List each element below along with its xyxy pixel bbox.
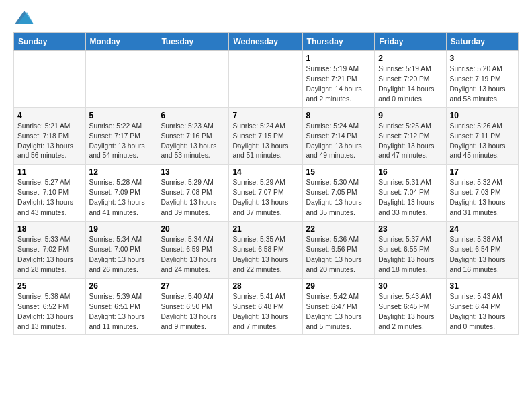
day-number: 3 xyxy=(450,54,515,63)
day-number: 19 xyxy=(89,224,154,234)
day-cell: 3Sunrise: 5:20 AMSunset: 7:19 PMDaylight… xyxy=(446,51,518,108)
day-cell: 23Sunrise: 5:37 AMSunset: 6:55 PMDayligh… xyxy=(375,222,446,279)
day-number: 11 xyxy=(17,167,82,177)
logo xyxy=(13,11,34,24)
calendar-table: SundayMondayTuesdayWednesdayThursdayFrid… xyxy=(13,32,519,335)
day-detail: Sunrise: 5:34 AMSunset: 7:00 PMDaylight:… xyxy=(89,235,154,275)
day-cell: 6Sunrise: 5:23 AMSunset: 7:16 PMDaylight… xyxy=(157,107,229,165)
day-number: 16 xyxy=(378,167,442,177)
day-number: 31 xyxy=(450,281,515,291)
col-header-monday: Monday xyxy=(85,33,157,51)
day-detail: Sunrise: 5:19 AMSunset: 7:21 PMDaylight:… xyxy=(306,64,371,105)
day-detail: Sunrise: 5:35 AMSunset: 6:58 PMDaylight:… xyxy=(232,235,298,275)
day-cell: 20Sunrise: 5:34 AMSunset: 6:59 PMDayligh… xyxy=(157,222,229,279)
day-number: 26 xyxy=(89,281,154,291)
day-number: 5 xyxy=(89,111,154,120)
day-cell: 14Sunrise: 5:29 AMSunset: 7:07 PMDayligh… xyxy=(229,165,302,222)
day-cell xyxy=(85,51,157,108)
day-detail: Sunrise: 5:29 AMSunset: 7:07 PMDaylight:… xyxy=(232,178,298,218)
day-number: 28 xyxy=(232,281,298,291)
day-cell: 5Sunrise: 5:22 AMSunset: 7:17 PMDaylight… xyxy=(85,107,157,165)
day-cell: 26Sunrise: 5:39 AMSunset: 6:51 PMDayligh… xyxy=(85,278,157,335)
day-number: 29 xyxy=(306,281,371,291)
day-detail: Sunrise: 5:23 AMSunset: 7:16 PMDaylight:… xyxy=(161,122,225,162)
day-cell: 28Sunrise: 5:41 AMSunset: 6:48 PMDayligh… xyxy=(229,278,302,335)
day-number: 10 xyxy=(450,111,515,120)
day-cell xyxy=(157,51,229,108)
day-cell: 25Sunrise: 5:38 AMSunset: 6:52 PMDayligh… xyxy=(14,278,86,335)
day-number: 18 xyxy=(17,224,82,234)
day-detail: Sunrise: 5:30 AMSunset: 7:05 PMDaylight:… xyxy=(306,178,371,218)
day-detail: Sunrise: 5:24 AMSunset: 7:14 PMDaylight:… xyxy=(306,122,371,162)
day-detail: Sunrise: 5:20 AMSunset: 7:19 PMDaylight:… xyxy=(450,64,515,105)
day-number: 2 xyxy=(378,54,442,63)
col-header-saturday: Saturday xyxy=(446,33,518,51)
day-number: 25 xyxy=(17,281,82,291)
day-cell: 1Sunrise: 5:19 AMSunset: 7:21 PMDaylight… xyxy=(302,51,375,108)
day-number: 7 xyxy=(232,111,298,120)
day-detail: Sunrise: 5:21 AMSunset: 7:18 PMDaylight:… xyxy=(17,122,82,162)
col-header-friday: Friday xyxy=(375,33,446,51)
day-detail: Sunrise: 5:43 AMSunset: 6:45 PMDaylight:… xyxy=(378,292,442,332)
day-cell: 16Sunrise: 5:31 AMSunset: 7:04 PMDayligh… xyxy=(375,165,446,222)
day-number: 17 xyxy=(450,167,515,177)
day-detail: Sunrise: 5:29 AMSunset: 7:08 PMDaylight:… xyxy=(161,178,225,218)
page-container: SundayMondayTuesdayWednesdayThursdayFrid… xyxy=(0,0,532,346)
day-cell: 15Sunrise: 5:30 AMSunset: 7:05 PMDayligh… xyxy=(302,165,375,222)
day-cell: 19Sunrise: 5:34 AMSunset: 7:00 PMDayligh… xyxy=(85,222,157,279)
day-cell: 12Sunrise: 5:28 AMSunset: 7:09 PMDayligh… xyxy=(85,165,157,222)
day-number: 20 xyxy=(161,224,225,234)
day-cell: 11Sunrise: 5:27 AMSunset: 7:10 PMDayligh… xyxy=(14,165,86,222)
day-detail: Sunrise: 5:42 AMSunset: 6:47 PMDaylight:… xyxy=(306,292,371,332)
day-detail: Sunrise: 5:25 AMSunset: 7:12 PMDaylight:… xyxy=(378,122,442,162)
day-number: 4 xyxy=(17,111,82,120)
week-row-5: 25Sunrise: 5:38 AMSunset: 6:52 PMDayligh… xyxy=(14,278,519,335)
day-number: 27 xyxy=(161,281,225,291)
day-cell xyxy=(14,51,86,108)
col-header-thursday: Thursday xyxy=(302,33,375,51)
day-cell: 21Sunrise: 5:35 AMSunset: 6:58 PMDayligh… xyxy=(229,222,302,279)
col-header-tuesday: Tuesday xyxy=(157,33,229,51)
header xyxy=(13,11,519,24)
day-number: 21 xyxy=(232,224,298,234)
day-cell: 31Sunrise: 5:43 AMSunset: 6:44 PMDayligh… xyxy=(446,278,518,335)
calendar-header-row: SundayMondayTuesdayWednesdayThursdayFrid… xyxy=(14,33,519,51)
day-cell: 10Sunrise: 5:26 AMSunset: 7:11 PMDayligh… xyxy=(446,107,518,165)
day-detail: Sunrise: 5:32 AMSunset: 7:03 PMDaylight:… xyxy=(450,178,515,218)
day-detail: Sunrise: 5:38 AMSunset: 6:52 PMDaylight:… xyxy=(17,292,82,332)
day-number: 24 xyxy=(450,224,515,234)
day-detail: Sunrise: 5:38 AMSunset: 6:54 PMDaylight:… xyxy=(450,235,515,275)
day-detail: Sunrise: 5:31 AMSunset: 7:04 PMDaylight:… xyxy=(378,178,442,218)
col-header-sunday: Sunday xyxy=(14,33,86,51)
day-number: 1 xyxy=(306,54,371,63)
day-number: 15 xyxy=(306,167,371,177)
day-detail: Sunrise: 5:41 AMSunset: 6:48 PMDaylight:… xyxy=(232,292,298,332)
week-row-1: 1Sunrise: 5:19 AMSunset: 7:21 PMDaylight… xyxy=(14,51,519,108)
day-cell: 13Sunrise: 5:29 AMSunset: 7:08 PMDayligh… xyxy=(157,165,229,222)
day-number: 13 xyxy=(161,167,225,177)
day-number: 22 xyxy=(306,224,371,234)
day-detail: Sunrise: 5:19 AMSunset: 7:20 PMDaylight:… xyxy=(378,64,442,105)
day-detail: Sunrise: 5:39 AMSunset: 6:51 PMDaylight:… xyxy=(89,292,154,332)
day-number: 8 xyxy=(306,111,371,120)
day-number: 30 xyxy=(378,281,442,291)
day-cell xyxy=(229,51,302,108)
day-detail: Sunrise: 5:36 AMSunset: 6:56 PMDaylight:… xyxy=(306,235,371,275)
day-cell: 22Sunrise: 5:36 AMSunset: 6:56 PMDayligh… xyxy=(302,222,375,279)
week-row-4: 18Sunrise: 5:33 AMSunset: 7:02 PMDayligh… xyxy=(14,222,519,279)
day-detail: Sunrise: 5:33 AMSunset: 7:02 PMDaylight:… xyxy=(17,235,82,275)
day-cell: 8Sunrise: 5:24 AMSunset: 7:14 PMDaylight… xyxy=(302,107,375,165)
col-header-wednesday: Wednesday xyxy=(229,33,302,51)
day-cell: 17Sunrise: 5:32 AMSunset: 7:03 PMDayligh… xyxy=(446,165,518,222)
day-cell: 18Sunrise: 5:33 AMSunset: 7:02 PMDayligh… xyxy=(14,222,86,279)
day-detail: Sunrise: 5:40 AMSunset: 6:50 PMDaylight:… xyxy=(161,292,225,332)
day-cell: 27Sunrise: 5:40 AMSunset: 6:50 PMDayligh… xyxy=(157,278,229,335)
day-cell: 7Sunrise: 5:24 AMSunset: 7:15 PMDaylight… xyxy=(229,107,302,165)
day-number: 9 xyxy=(378,111,442,120)
day-detail: Sunrise: 5:28 AMSunset: 7:09 PMDaylight:… xyxy=(89,178,154,218)
day-cell: 24Sunrise: 5:38 AMSunset: 6:54 PMDayligh… xyxy=(446,222,518,279)
day-detail: Sunrise: 5:24 AMSunset: 7:15 PMDaylight:… xyxy=(232,122,298,162)
day-number: 12 xyxy=(89,167,154,177)
day-detail: Sunrise: 5:37 AMSunset: 6:55 PMDaylight:… xyxy=(378,235,442,275)
day-detail: Sunrise: 5:34 AMSunset: 6:59 PMDaylight:… xyxy=(161,235,225,275)
